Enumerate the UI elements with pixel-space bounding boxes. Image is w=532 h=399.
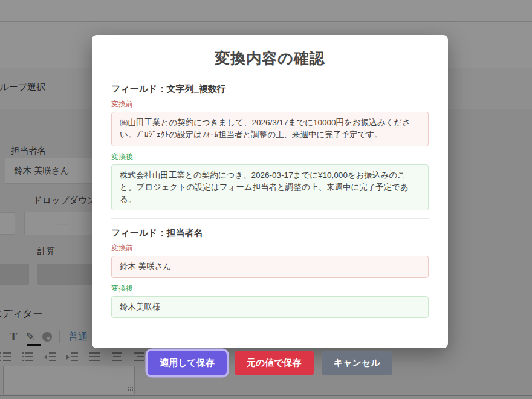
- after-value-box: 株式会社山田工業との契約につき、2026-03-17までに¥10,000をお振込…: [111, 164, 429, 211]
- before-label: 変換前: [111, 243, 429, 253]
- app-screen: グループ選択 担当者名 鈴木 美咲さん ドロップダウン ----- 計算 リッチ…: [0, 0, 532, 399]
- field-section-multiline: フィールド：文字列_複数行 変換前 ㈱山田工業との契約につきまして、2026/3…: [111, 83, 429, 210]
- dialog-actions: 適用して保存 元の値で保存 キャンセル: [111, 351, 429, 375]
- after-value-box: 鈴木美咲様: [111, 296, 429, 318]
- buttons-divider: [111, 326, 429, 326]
- field-name-label: フィールド：担当者名: [111, 227, 429, 239]
- before-value-box: 鈴木 美咲さん: [111, 256, 429, 277]
- before-value-box: ㈱山田工業との契約につきまして、2026/3/17までに10000円をお振込みく…: [111, 112, 429, 146]
- dialog-title: 変換内容の確認: [111, 48, 429, 68]
- save-original-button[interactable]: 元の値で保存: [235, 351, 314, 375]
- field-divider: [111, 218, 429, 219]
- field-name-label: フィールド：文字列_複数行: [111, 83, 429, 95]
- field-section-tantosha: フィールド：担当者名 変換前 鈴木 美咲さん 変換後 鈴木美咲様: [111, 227, 429, 318]
- apply-and-save-button[interactable]: 適用して保存: [148, 351, 227, 375]
- after-label: 変換後: [111, 152, 429, 162]
- after-label: 変換後: [111, 284, 429, 294]
- before-label: 変換前: [111, 99, 429, 109]
- conversion-confirm-dialog: 変換内容の確認 フィールド：文字列_複数行 変換前 ㈱山田工業との契約につきまし…: [92, 35, 448, 348]
- cancel-button[interactable]: キャンセル: [322, 351, 392, 375]
